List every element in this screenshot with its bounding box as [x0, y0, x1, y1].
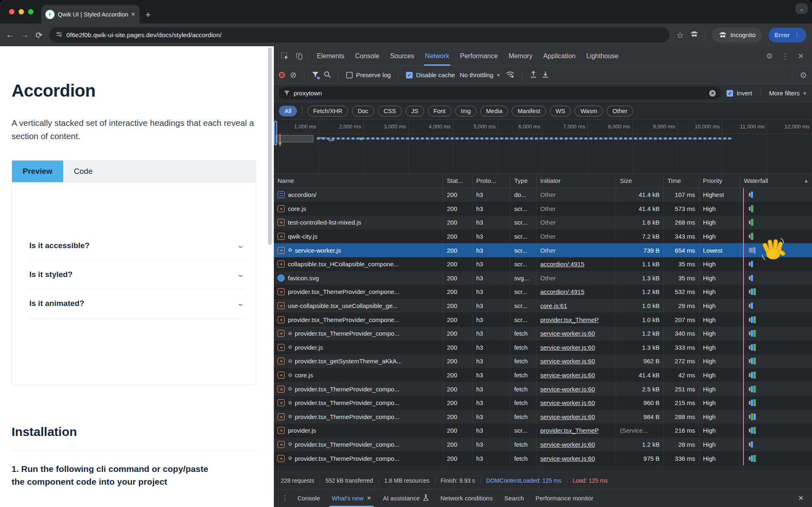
initiator-link[interactable]: service-worker.js:60 — [540, 344, 595, 351]
bookmark-star-icon[interactable]: ☆ — [676, 30, 684, 40]
network-overview-timeline[interactable]: 1,000 ms2,000 ms3,000 ms4,000 ms5,000 ms… — [274, 120, 812, 174]
column-header-time[interactable]: Time — [664, 174, 699, 187]
network-request-row[interactable]: favicon.svg200h3svg...Other1.3 kB35 msHi… — [274, 271, 812, 285]
network-request-row[interactable]: ‹›core.js200h3scr...Other41.4 kB573 msHi… — [274, 202, 812, 216]
initiator-link[interactable]: service-worker.js:60 — [540, 358, 595, 365]
demo-tab-code[interactable]: Code — [63, 161, 103, 182]
filter-chip-css[interactable]: CSS — [378, 106, 402, 116]
drawer-tab-console[interactable]: Console — [292, 489, 326, 507]
initiator-link[interactable]: service-worker.js:60 — [540, 441, 595, 448]
column-header-type[interactable]: Type — [510, 174, 537, 187]
invert-checkbox[interactable]: ✓ Invert — [727, 90, 752, 97]
minimize-window-button[interactable] — [19, 9, 24, 14]
drawer-tab-network-conditions[interactable]: Network conditions — [434, 489, 499, 507]
initiator-link[interactable]: service-worker.js:60 — [540, 455, 595, 462]
initiator-link[interactable]: service-worker.js:60 — [540, 330, 595, 337]
devtools-tab-application[interactable]: Application — [538, 46, 581, 66]
network-request-row[interactable]: ‹›⚙provider.js200h3fetchservice-worker.j… — [274, 341, 812, 355]
devtools-tab-memory[interactable]: Memory — [503, 46, 538, 66]
column-header-init[interactable]: Initiator — [537, 174, 616, 187]
browser-menu-icon[interactable]: ⋮ — [794, 31, 800, 39]
drawer-close-icon[interactable]: ✕ — [794, 494, 808, 502]
accordion-item[interactable]: Is it styled?⌄ — [29, 261, 246, 289]
more-filters-dropdown[interactable]: More filters ▼ — [769, 90, 807, 97]
filter-funnel-icon[interactable] — [312, 71, 319, 79]
network-request-row[interactable]: ‹›provider.tsx_ThemeProvider_compone...2… — [274, 285, 812, 299]
accordion-item[interactable]: Is it animated?⌄ — [29, 289, 246, 318]
network-request-row[interactable]: ‹›⚙provider.tsx_ThemeProvider_compo...20… — [274, 438, 812, 452]
filter-input[interactable]: proxytown ✕ — [279, 87, 721, 100]
back-button[interactable]: ← — [6, 30, 14, 40]
initiator-link[interactable]: service-worker.js:60 — [540, 399, 595, 406]
filter-chip-doc[interactable]: Doc — [352, 106, 374, 116]
network-request-row[interactable]: ‹›qwik-city.js200h3scr...Other7.2 kB343 … — [274, 230, 812, 244]
network-request-row[interactable]: ‹›⚙provider.tsx_getSystemTheme_aKkA...20… — [274, 354, 812, 368]
network-request-row[interactable]: ‹›test-controlled-list-mixed.js200h3scr.… — [274, 216, 812, 230]
kebab-menu-icon[interactable]: ⋮ — [778, 50, 792, 62]
record-network-log-button[interactable] — [279, 72, 285, 78]
tab-search-button[interactable]: ⌄ — [795, 3, 808, 14]
network-settings-gear-icon[interactable]: ⚙ — [800, 70, 807, 80]
network-request-row[interactable]: ‹›⚙provider.tsx_ThemeProvider_compo...20… — [274, 396, 812, 410]
address-bar[interactable]: 0f6e2f0b.qwik-ui-site.pages.dev/docs/sty… — [49, 27, 670, 43]
network-request-row[interactable]: ‹›⚙provider.tsx_ThemeProvider_compo...20… — [274, 410, 812, 424]
filter-chip-img[interactable]: Img — [455, 106, 477, 116]
column-header-name[interactable]: Name — [274, 174, 443, 187]
column-header-wf[interactable]: Waterfall▲ — [740, 174, 812, 187]
devtools-tab-performance[interactable]: Performance — [455, 46, 503, 66]
accordion-item[interactable]: Is it accessible?⌄ — [29, 232, 246, 261]
clear-filter-icon[interactable]: ✕ — [709, 90, 716, 97]
browser-tab[interactable]: Qwik UI | Styled Accordion Co ✕ — [41, 5, 140, 24]
close-window-button[interactable] — [9, 9, 14, 14]
inspect-icon[interactable] — [278, 50, 292, 62]
drawer-tab-performance-monitor[interactable]: Performance monitor — [530, 489, 599, 507]
devtools-tab-console[interactable]: Console — [350, 46, 385, 66]
error-status-button[interactable]: Error ⋮ — [769, 28, 806, 43]
network-request-row[interactable]: ‹›⚙core.js200h3fetchservice-worker.js:60… — [274, 368, 812, 382]
settings-gear-icon[interactable]: ⚙ — [762, 50, 776, 62]
filter-chip-media[interactable]: Media — [480, 106, 508, 116]
filter-chip-ws[interactable]: WS — [550, 106, 571, 116]
initiator-link[interactable]: provider.tsx_ThemeP — [540, 427, 599, 434]
devtools-tab-sources[interactable]: Sources — [385, 46, 420, 66]
network-request-row[interactable]: ‹›⚙provider.tsx_ThemeProvider_compo...20… — [274, 451, 812, 465]
initiator-link[interactable]: accordion/:4915 — [540, 261, 584, 268]
network-request-row[interactable]: ‹›collapsible.tsx_HCollapsible_compone..… — [274, 257, 812, 271]
clear-network-log-icon[interactable]: ⊘ — [290, 70, 297, 80]
initiator-link[interactable]: provider.tsx_ThemeP — [540, 316, 599, 323]
new-tab-button[interactable]: + — [145, 10, 151, 19]
column-header-status[interactable]: Stat... — [443, 174, 472, 187]
devtools-tab-elements[interactable]: Elements — [311, 46, 350, 66]
preserve-log-checkbox[interactable]: Preserve log — [346, 71, 391, 78]
drawer-tab-what-s-new[interactable]: What's new✕ — [326, 489, 377, 507]
page-scrollbar-thumb[interactable] — [268, 47, 272, 245]
throttling-dropdown[interactable]: No throttling ▼ — [460, 71, 501, 78]
initiator-link[interactable]: service-worker.js:60 — [540, 372, 595, 379]
column-header-proto[interactable]: Proto... — [472, 174, 510, 187]
filter-chip-wasm[interactable]: Wasm — [575, 106, 603, 116]
timeline-selection[interactable] — [275, 135, 313, 142]
drawer-kebab-icon[interactable]: ⋮ — [281, 494, 288, 502]
drawer-tab-search[interactable]: Search — [499, 489, 530, 507]
initiator-link[interactable]: core.js:61 — [540, 302, 567, 309]
column-header-prio[interactable]: Priority — [699, 174, 740, 187]
network-request-row[interactable]: accordion/200h3do...Other41.4 kB107 msHi… — [274, 188, 812, 202]
column-header-size[interactable]: Size — [616, 174, 664, 187]
drawer-tab-close-icon[interactable]: ✕ — [367, 495, 371, 501]
devtools-tab-lighthouse[interactable]: Lighthouse — [581, 46, 624, 66]
disable-cache-checkbox[interactable]: ✓ Disable cache — [406, 71, 455, 78]
filter-chip-font[interactable]: Font — [428, 106, 451, 116]
initiator-link[interactable]: service-worker.js:60 — [540, 386, 595, 393]
reload-button[interactable]: ⟳ — [36, 30, 43, 40]
network-conditions-icon[interactable] — [506, 71, 515, 79]
filter-chip-all[interactable]: All — [279, 106, 297, 116]
network-request-row[interactable]: ‹›provider.js200h3scr...provider.tsx_The… — [274, 424, 812, 438]
tab-close-icon[interactable]: ✕ — [131, 11, 135, 17]
close-icon[interactable]: ✕ — [794, 50, 808, 62]
initiator-link[interactable]: service-worker.js:60 — [540, 413, 595, 420]
filter-chip-other[interactable]: Other — [607, 106, 633, 116]
network-request-row[interactable]: ‹›⚙service-worker.js200h3scr...Other739 … — [274, 243, 812, 257]
filter-chip-manifest[interactable]: Manifest — [512, 106, 546, 116]
network-request-row[interactable]: ‹›⚙provider.tsx_ThemeProvider_compo...20… — [274, 382, 812, 396]
forward-button[interactable]: → — [21, 30, 29, 40]
